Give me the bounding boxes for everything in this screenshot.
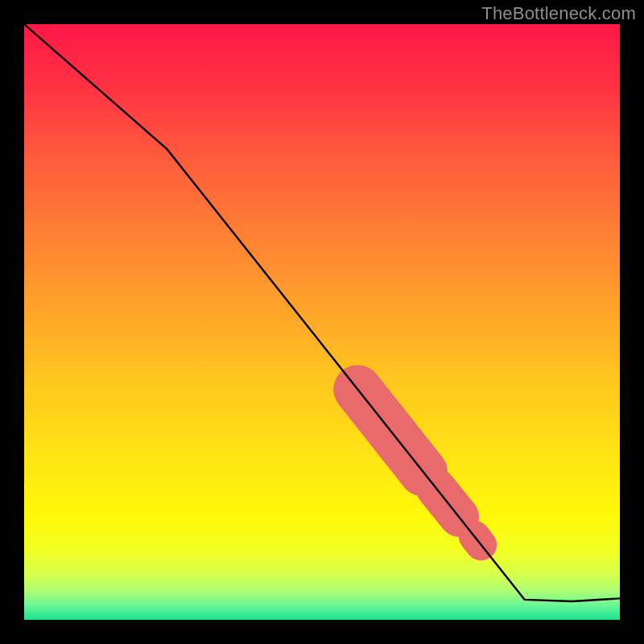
- gradient-background: [24, 24, 620, 620]
- chart-container: TheBottleneck.com: [0, 0, 644, 644]
- chart-svg: [24, 24, 620, 620]
- plot-area: [24, 24, 620, 620]
- watermark-text: TheBottleneck.com: [481, 3, 636, 24]
